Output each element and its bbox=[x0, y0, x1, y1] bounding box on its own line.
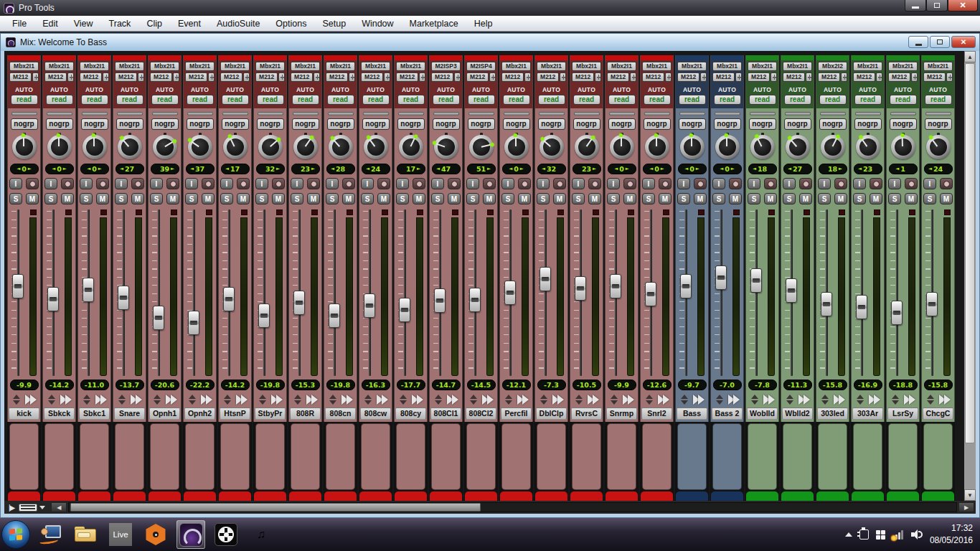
output-window-icon[interactable] bbox=[939, 395, 949, 405]
output-window-icon[interactable] bbox=[693, 395, 703, 405]
comments-box[interactable] bbox=[44, 423, 74, 490]
solo-button[interactable]: S bbox=[80, 193, 93, 204]
input-monitor-button[interactable]: I bbox=[115, 178, 128, 189]
track-name-button[interactable]: Opnh2 bbox=[184, 408, 215, 420]
io-output-button[interactable]: M212 bbox=[818, 72, 840, 82]
track-name-button[interactable]: HtsnP bbox=[220, 408, 250, 420]
expand-strips-icon[interactable]: |▶ bbox=[9, 504, 14, 512]
pan-display[interactable]: ◄ 23 ► bbox=[854, 164, 882, 174]
fader-cap[interactable] bbox=[118, 286, 129, 310]
level-spinner-icon[interactable] bbox=[470, 395, 477, 405]
record-enable-button[interactable] bbox=[940, 178, 953, 189]
menu-item-view[interactable]: View bbox=[66, 17, 101, 30]
fader-cap[interactable] bbox=[83, 278, 94, 302]
record-enable-button[interactable] bbox=[518, 178, 531, 189]
automation-mode-button[interactable]: read bbox=[784, 95, 811, 105]
io-interface-button[interactable]: Mbx2I1 bbox=[853, 62, 882, 71]
menu-item-edit[interactable]: Edit bbox=[34, 17, 66, 30]
volume-display[interactable]: -15.8 bbox=[819, 380, 847, 390]
record-enable-button[interactable] bbox=[834, 178, 847, 189]
safely-remove-hardware-icon[interactable] bbox=[859, 529, 869, 540]
clip-indicator[interactable] bbox=[206, 209, 212, 215]
mute-button[interactable]: M bbox=[307, 193, 320, 204]
io-output-button[interactable]: M212 bbox=[291, 72, 313, 82]
io-interface-button[interactable]: Mbx2I1 bbox=[888, 62, 918, 71]
output-meter-icon[interactable] bbox=[946, 72, 953, 82]
comments-box[interactable] bbox=[537, 423, 566, 490]
output-window-icon[interactable] bbox=[482, 395, 492, 405]
level-spinner-icon[interactable] bbox=[575, 395, 583, 405]
group-button[interactable]: nogrp bbox=[925, 118, 952, 130]
pan-display[interactable]: ◄ 32 ► bbox=[256, 164, 285, 174]
group-button[interactable]: nogrp bbox=[503, 118, 530, 130]
output-window-icon[interactable] bbox=[271, 395, 281, 405]
track-name-button[interactable]: Sbkck bbox=[44, 408, 75, 420]
mute-button[interactable]: M bbox=[26, 193, 39, 204]
solo-button[interactable]: S bbox=[642, 193, 655, 204]
output-meter-icon[interactable] bbox=[208, 72, 215, 82]
record-enable-button[interactable] bbox=[694, 178, 707, 189]
fader-cap[interactable] bbox=[223, 287, 235, 311]
volume-display[interactable]: -9.7 bbox=[678, 380, 707, 390]
record-enable-button[interactable] bbox=[448, 178, 461, 189]
comments-box[interactable] bbox=[501, 423, 531, 490]
output-meter-icon[interactable] bbox=[771, 72, 777, 82]
io-output-button[interactable]: M212 bbox=[150, 72, 172, 82]
automation-mode-button[interactable]: read bbox=[362, 95, 390, 105]
volume-display[interactable]: -13.7 bbox=[116, 380, 144, 390]
output-window-icon[interactable] bbox=[834, 395, 844, 405]
track-name-button[interactable]: RvrsC bbox=[571, 408, 602, 420]
automation-mode-button[interactable]: read bbox=[187, 95, 214, 105]
automation-mode-button[interactable]: read bbox=[679, 95, 706, 105]
mix-close-button[interactable]: ✕ bbox=[951, 36, 976, 48]
output-window-icon[interactable] bbox=[763, 395, 773, 405]
mix-minimize-button[interactable] bbox=[908, 36, 928, 48]
record-enable-button[interactable] bbox=[237, 178, 250, 189]
solo-button[interactable]: S bbox=[431, 193, 444, 204]
group-button[interactable]: nogrp bbox=[187, 118, 214, 130]
pan-knob[interactable] bbox=[82, 133, 108, 161]
solo-button[interactable]: S bbox=[220, 193, 233, 204]
track-name-button[interactable]: Snare bbox=[114, 408, 145, 420]
pan-knob[interactable] bbox=[925, 133, 951, 161]
input-monitor-button[interactable]: I bbox=[783, 178, 796, 189]
output-window-icon[interactable] bbox=[728, 395, 738, 405]
pan-knob[interactable] bbox=[890, 133, 916, 161]
mute-button[interactable]: M bbox=[553, 193, 566, 204]
track-name-button[interactable]: Snrl2 bbox=[641, 408, 672, 420]
output-meter-icon[interactable] bbox=[419, 72, 425, 82]
output-window-icon[interactable] bbox=[517, 395, 527, 405]
io-output-button[interactable]: M212 bbox=[748, 72, 770, 82]
output-window-icon[interactable] bbox=[798, 395, 809, 405]
fader-cap[interactable] bbox=[47, 287, 59, 311]
output-window-icon[interactable] bbox=[552, 395, 562, 405]
track-name-button[interactable]: Bass 2 bbox=[712, 408, 743, 420]
output-window-icon[interactable] bbox=[623, 395, 633, 405]
volume-display[interactable]: -14.5 bbox=[467, 380, 496, 390]
level-spinner-icon[interactable] bbox=[154, 395, 161, 405]
comments-box[interactable] bbox=[115, 423, 144, 490]
solo-button[interactable]: S bbox=[185, 193, 198, 204]
vertical-scroll-thumb[interactable] bbox=[965, 63, 975, 443]
solo-button[interactable]: S bbox=[291, 193, 303, 204]
fader-track[interactable] bbox=[896, 209, 898, 376]
automation-mode-button[interactable]: read bbox=[11, 95, 38, 105]
group-button[interactable]: nogrp bbox=[679, 118, 706, 130]
pan-knob[interactable] bbox=[117, 133, 143, 161]
pan-knob[interactable] bbox=[679, 133, 705, 161]
group-button[interactable]: nogrp bbox=[327, 118, 354, 130]
clip-indicator[interactable] bbox=[522, 209, 529, 215]
input-monitor-button[interactable]: I bbox=[150, 178, 163, 189]
pan-display[interactable]: ◄ 18 ► bbox=[819, 164, 847, 174]
clip-indicator[interactable] bbox=[557, 209, 564, 215]
track-name-button[interactable]: 303Ar bbox=[852, 408, 883, 420]
pan-display[interactable]: ◄ 0 ► bbox=[80, 164, 109, 174]
volume-display[interactable]: -14.2 bbox=[221, 380, 250, 390]
menu-item-marketplace[interactable]: Marketplace bbox=[402, 17, 466, 30]
mute-button[interactable]: M bbox=[61, 193, 74, 204]
output-window-icon[interactable] bbox=[236, 395, 246, 405]
input-monitor-button[interactable]: I bbox=[607, 178, 620, 189]
volume-display[interactable]: -12.6 bbox=[643, 380, 672, 390]
pan-knob[interactable] bbox=[11, 133, 37, 161]
pan-knob[interactable] bbox=[855, 133, 881, 161]
